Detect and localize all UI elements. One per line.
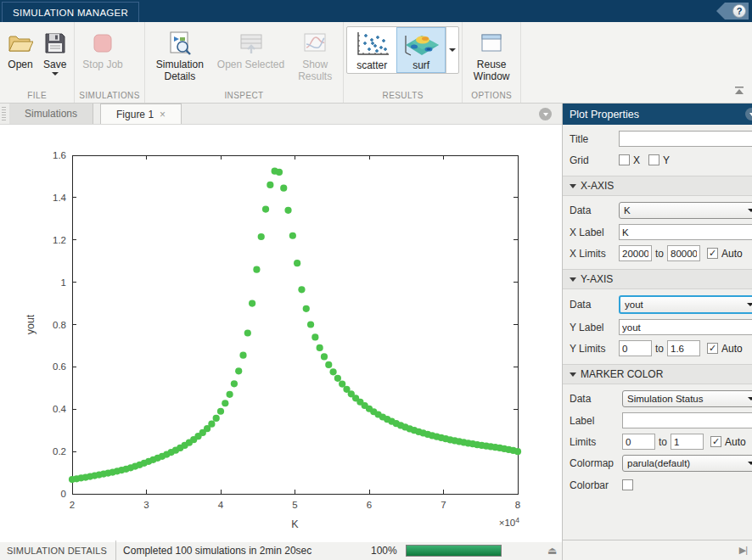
group-label-results: RESULTS <box>346 90 459 103</box>
reuse-window-button[interactable]: Reuse Window <box>465 25 518 84</box>
group-options: Reuse Window OPTIONS <box>463 22 521 103</box>
group-results: scatter surf <box>344 22 463 103</box>
grid-x-checkbox[interactable] <box>619 154 630 165</box>
stop-icon <box>93 28 113 59</box>
svg-text:4: 4 <box>218 500 224 510</box>
svg-text:K: K <box>291 518 299 530</box>
x-limit-max-input[interactable] <box>667 245 700 261</box>
open-button[interactable]: Open <box>3 25 38 72</box>
svg-text:8: 8 <box>515 500 520 510</box>
group-inspect: Simulation Details Open Selected <box>145 22 344 103</box>
group-label-options: OPTIONS <box>465 90 518 103</box>
x-label-input[interactable] <box>619 224 752 240</box>
open-folder-icon <box>8 28 33 59</box>
tab-simulation-manager[interactable]: SIMULATION MANAGER <box>2 2 139 22</box>
y-label-input[interactable] <box>619 319 752 335</box>
scatter-plot-button[interactable]: scatter <box>347 27 396 73</box>
figure-canvas[interactable]: 234567800.20.40.60.811.21.41.6Kyout×104 <box>0 125 562 542</box>
colormap-dropdown[interactable]: parula(default) <box>622 455 752 472</box>
y-data-dropdown[interactable]: yout <box>619 295 752 314</box>
marker-auto-checkbox[interactable] <box>710 436 721 447</box>
tabstrip-collapse-button[interactable] <box>539 108 552 120</box>
colorbar-label: Colorbar <box>570 479 622 491</box>
svg-text:0.6: 0.6 <box>53 361 66 372</box>
panel-body: Title Grid X Y X-AXIS Data K <box>563 125 752 540</box>
plot-type-selector: scatter surf <box>346 26 459 74</box>
x-limit-min-input[interactable] <box>619 245 652 261</box>
x-limits-to-label: to <box>655 248 664 260</box>
section-marker-color[interactable]: MARKER COLOR <box>563 364 752 384</box>
marker-limit-min-input[interactable] <box>622 434 655 450</box>
svg-text:6: 6 <box>367 500 372 510</box>
tab-simulations-label: Simulations <box>25 108 77 120</box>
simulation-details-icon <box>167 28 193 59</box>
y-limit-min-input[interactable] <box>619 340 652 356</box>
help-button[interactable]: ? <box>732 4 746 18</box>
surf-plot-button[interactable]: surf <box>396 27 446 73</box>
simulation-details-status-label[interactable]: SIMULATION DETAILS <box>0 546 115 556</box>
tab-simulations[interactable]: Simulations <box>9 104 93 124</box>
svg-text:1: 1 <box>61 277 66 288</box>
marker-data-dropdown[interactable]: Simulation Status <box>622 390 752 407</box>
colormap-label: Colormap <box>570 457 622 469</box>
svg-text:0.4: 0.4 <box>53 404 67 414</box>
plot-title-input[interactable] <box>619 131 752 147</box>
x-data-value: K <box>624 205 631 216</box>
y-label-label: Y Label <box>570 322 619 333</box>
group-label-simulations: SIMULATIONS <box>77 90 141 103</box>
show-results-label: Show Results <box>295 59 335 82</box>
colorbar-checkbox[interactable] <box>622 479 633 490</box>
svg-text:0: 0 <box>61 489 66 499</box>
simulation-manager-window: SIMULATION MANAGER ? Open <box>0 0 752 560</box>
svg-text:2: 2 <box>70 500 75 510</box>
stop-job-button: Stop Job <box>77 25 127 72</box>
plot-properties-panel: Plot Properties Title Grid X Y X-AXI <box>563 104 752 540</box>
y-auto-checkbox[interactable] <box>707 343 718 354</box>
group-file: Open Save <box>0 22 75 103</box>
svg-text:1.4: 1.4 <box>53 193 67 203</box>
svg-text:5: 5 <box>292 500 297 510</box>
section-x-axis[interactable]: X-AXIS <box>563 176 752 196</box>
x-data-dropdown[interactable]: K <box>619 202 752 219</box>
x-data-label: Data <box>570 204 619 216</box>
plot-type-caret-icon <box>449 48 456 52</box>
save-dropdown-caret-icon[interactable] <box>52 72 59 76</box>
plot-type-dropdown-button[interactable] <box>446 27 458 73</box>
help-tag: ? <box>716 3 749 20</box>
x-axis-header-label: X-AXIS <box>581 180 614 192</box>
surf-icon <box>402 31 440 58</box>
x-auto-checkbox[interactable] <box>707 248 718 259</box>
marker-label-input[interactable] <box>622 412 752 428</box>
marker-limits-to-label: to <box>659 436 667 448</box>
section-y-axis[interactable]: Y-AXIS <box>563 269 752 289</box>
progress-bar-fill <box>407 546 501 556</box>
y-limit-max-input[interactable] <box>667 340 700 356</box>
panel-collapse-button[interactable] <box>745 108 752 120</box>
section-collapse-icon <box>570 277 576 282</box>
marker-limit-max-input[interactable] <box>671 434 704 450</box>
status-bar: SIMULATION DETAILS Completed 100 simulat… <box>0 540 752 560</box>
tab-figure-1[interactable]: Figure 1 × <box>100 104 182 124</box>
tabstrip-grip-handle[interactable] <box>2 107 6 120</box>
svg-text:×104: ×104 <box>499 516 520 528</box>
document-tab-strip: Simulations Figure 1 × <box>0 104 562 125</box>
svg-text:yout: yout <box>25 314 36 334</box>
marker-data-label: Data <box>570 393 622 405</box>
simulation-details-label: Simulation Details <box>153 59 207 82</box>
grid-y-checkbox[interactable] <box>648 154 659 165</box>
document-area: Simulations Figure 1 × 234567800.20.40.6… <box>0 104 563 540</box>
y-data-value: yout <box>625 300 643 310</box>
x-auto-label: Auto <box>721 248 743 260</box>
progress-bar <box>406 545 502 557</box>
collapse-ribbon-icon <box>733 86 745 95</box>
collapse-ribbon-button[interactable] <box>733 86 745 98</box>
toolstrip-ribbon: Open Save <box>0 22 752 104</box>
collapse-panel-button[interactable]: ▶| <box>739 545 747 556</box>
y-data-label: Data <box>570 299 619 311</box>
close-tab-icon[interactable]: × <box>160 109 166 120</box>
expand-details-button[interactable]: ⏏ <box>547 545 557 557</box>
save-button[interactable]: Save <box>38 25 71 77</box>
panel-header: Plot Properties <box>563 104 752 125</box>
main-content: Simulations Figure 1 × 234567800.20.40.6… <box>0 104 752 540</box>
simulation-details-button[interactable]: Simulation Details <box>148 25 212 84</box>
